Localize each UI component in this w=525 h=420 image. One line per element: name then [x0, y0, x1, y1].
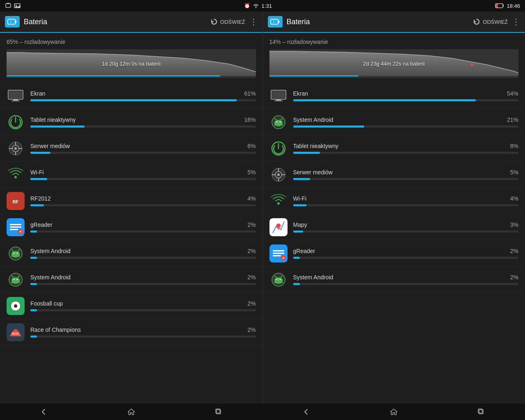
app-bar-bg-1 [30, 126, 256, 128]
svg-point-95 [276, 278, 277, 280]
app-name-0: Ekran [293, 90, 308, 97]
app-percent-6: 2% [510, 248, 518, 254]
app-info-0: Ekran 54% [293, 90, 519, 101]
app-name-row-5: gReader 2% [30, 221, 256, 228]
app-info-4: Wi-Fi 4% [293, 195, 519, 206]
app-item-4[interactable]: Wi-Fi 4% [263, 188, 525, 214]
app-name-row-1: System Android 21% [293, 116, 519, 123]
app-item-9[interactable]: ROC Race of Champions 2% [0, 319, 262, 345]
right-back-button[interactable] [296, 405, 317, 418]
left-battery-time-label: 1d 20g 12m 0s na baterii [102, 61, 160, 67]
right-home-button[interactable] [383, 405, 404, 418]
app-info-7: System Android 2% [30, 274, 256, 285]
app-item-7[interactable]: System Android 2% [263, 267, 525, 293]
app-item-2[interactable]: Serwer mediów 6% [0, 135, 262, 162]
app-name-7: System Android [30, 274, 71, 281]
svg-point-21 [14, 147, 17, 150]
app-info-5: Mapy 3% [293, 221, 519, 233]
wifi-icon-status [253, 3, 259, 8]
app-name-row-0: Ekran 54% [293, 90, 519, 97]
app-bar-bg-5 [293, 231, 519, 233]
app-info-4: RF2012 4% [30, 195, 256, 206]
app-item-6[interactable]: gReader 2% [263, 240, 525, 267]
app-name-row-7: System Android 2% [293, 274, 519, 281]
left-refresh-button[interactable]: ODŚWIEŹ [210, 18, 245, 25]
svg-rect-32 [10, 229, 18, 230]
app-bar-bg-0 [293, 99, 519, 101]
app-info-3: Wi-Fi 5% [30, 169, 256, 180]
app-bar-bg-3 [293, 178, 519, 180]
app-bar-bg-2 [30, 152, 256, 154]
right-more-button[interactable]: ⋮ [512, 17, 520, 27]
app-item-4[interactable]: RF RF2012 4% [0, 188, 262, 214]
app-percent-5: 2% [247, 221, 256, 228]
app-info-1: Tablet nieaktywny 16% [30, 116, 256, 128]
app-icon-roc: ROC [7, 323, 25, 341]
status-bar-center: ⏰ 1:31 [244, 3, 272, 9]
app-name-row-8: Foosball cup 2% [30, 300, 256, 307]
left-recent-button[interactable] [208, 405, 229, 418]
app-percent-1: 16% [244, 116, 256, 123]
left-home-button[interactable] [121, 405, 142, 418]
app-icon-greader [269, 244, 288, 262]
right-recent-button[interactable] [471, 405, 491, 418]
app-name-0: Ekran [30, 90, 46, 97]
app-item-6[interactable]: System Android 2% [0, 240, 262, 267]
svg-rect-38 [11, 253, 20, 257]
svg-rect-15 [11, 100, 20, 101]
app-item-3[interactable]: Serwer mediów 5% [263, 162, 525, 188]
left-back-button[interactable] [34, 405, 54, 418]
app-name-6: System Android [30, 248, 71, 254]
app-item-7[interactable]: System Android 2% [0, 267, 262, 293]
app-name-5: gReader [30, 221, 52, 228]
svg-point-52 [14, 304, 17, 308]
svg-rect-1 [7, 3, 9, 4]
svg-text:RF: RF [13, 199, 19, 204]
svg-rect-94 [274, 279, 283, 283]
app-percent-4: 4% [510, 195, 518, 202]
app-bar-fill-1 [293, 126, 364, 128]
app-bar-fill-7 [293, 283, 300, 285]
svg-point-39 [14, 252, 15, 253]
app-name-row-3: Serwer mediów 5% [293, 169, 519, 176]
right-refresh-label: ODŚWIEŹ [483, 19, 508, 25]
app-info-5: gReader 2% [30, 221, 256, 233]
app-item-5[interactable]: Mapy 3% [263, 214, 525, 240]
app-item-0[interactable]: Ekran 61% [0, 83, 262, 109]
svg-marker-102 [390, 409, 397, 415]
left-battery-status: 65% – rozładowywanie [0, 33, 262, 48]
app-info-8: Foosball cup 2% [30, 300, 256, 311]
app-bar-bg-5 [30, 231, 256, 233]
app-item-1[interactable]: Tablet nieaktywny 16% [0, 109, 262, 135]
app-percent-3: 5% [247, 169, 256, 176]
app-name-7: System Android [293, 274, 333, 281]
app-bar-fill-3 [30, 178, 47, 180]
right-panel: Bateria ODŚWIEŹ ⋮ 14% – rozładowywanie [263, 11, 525, 404]
app-info-7: System Android 2% [293, 274, 519, 285]
app-bar-fill-2 [30, 152, 50, 154]
left-panel-title: Bateria [24, 18, 206, 26]
app-item-1[interactable]: System Android 21% [263, 109, 525, 135]
right-refresh-button[interactable]: ODŚWIEŹ [473, 18, 508, 25]
app-item-5[interactable]: gReader 2% [0, 214, 262, 240]
svg-point-46 [14, 278, 15, 280]
app-item-3[interactable]: Wi-Fi 5% [0, 162, 262, 188]
app-percent-2: 8% [510, 143, 518, 149]
app-item-2[interactable]: Tablet nieaktywny 8% [263, 135, 525, 162]
left-battery-icon [5, 16, 20, 27]
app-item-8[interactable]: Foosball cup 2% [0, 293, 262, 319]
app-bar-fill-5 [30, 231, 37, 233]
svg-point-77 [277, 173, 280, 176]
app-name-1: System Android [293, 116, 333, 123]
app-name-row-6: gReader 2% [293, 248, 519, 254]
right-time: 18:46 [507, 3, 520, 9]
app-name-3: Serwer mediów [293, 169, 333, 176]
app-item-0[interactable]: Ekran 54% [263, 83, 525, 109]
left-more-button[interactable]: ⋮ [249, 17, 258, 27]
left-toolbar: Bateria ODŚWIEŹ ⋮ [0, 11, 262, 33]
right-battery-status: 14% – rozładowywanie [263, 33, 525, 48]
left-panel: Bateria ODŚWIEŹ ⋮ 65% – rozładowywanie [0, 11, 263, 404]
image-icon [14, 2, 21, 9]
screenshot-icon [5, 2, 11, 9]
main-panels: Bateria ODŚWIEŹ ⋮ 65% – rozładowywanie [0, 11, 525, 404]
